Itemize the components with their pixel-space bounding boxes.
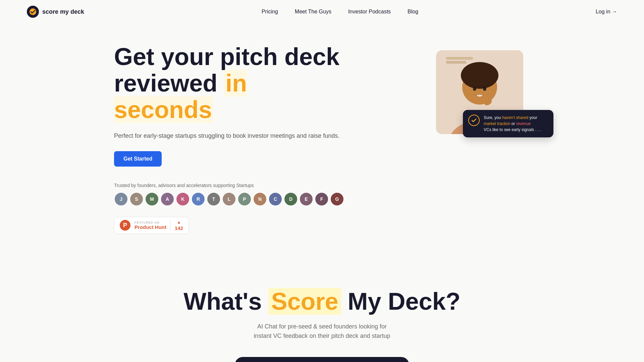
navbar: score my deck Pricing Meet The Guys Inve… xyxy=(0,0,644,23)
nav-link-blog[interactable]: Blog xyxy=(408,9,418,14)
nav-links: Pricing Meet The Guys Investor Podcasts … xyxy=(262,9,418,15)
hero-left: Get your pitch deck reviewed in seconds … xyxy=(114,44,349,234)
trusted-section: Trusted by founders, advisors and accele… xyxy=(114,183,349,206)
feedback-orange2: market traction xyxy=(484,121,510,126)
hero-subtitle: Perfect for early-stage startups struggl… xyxy=(114,131,349,140)
svg-point-8 xyxy=(483,87,486,91)
logo-icon xyxy=(27,6,39,18)
check-icon xyxy=(471,117,477,123)
svg-point-6 xyxy=(461,62,498,89)
feedback-orange1: haven't shared xyxy=(502,115,528,120)
login-link[interactable]: Log in → xyxy=(596,9,617,15)
feedback-check-icon xyxy=(468,115,480,126)
checkmark-icon xyxy=(30,8,36,15)
feedback-prefix: Sure, you xyxy=(484,115,502,120)
dark-card: GET ACTIONABLE PITCH DECK ADVICE FROM 10… xyxy=(235,357,409,362)
feedback-suffix: VCs like to see early signals . . . xyxy=(484,127,541,132)
avatar: E xyxy=(299,192,313,206)
svg-point-7 xyxy=(473,87,476,91)
ph-arrow-icon: ▲ xyxy=(177,220,181,225)
svg-rect-2 xyxy=(446,57,473,60)
ph-vote: ▲ 142 xyxy=(170,220,183,231)
avatar: N xyxy=(253,192,267,206)
hero-right: Sure, you haven't shared your market tra… xyxy=(436,50,530,134)
brand-logo[interactable]: score my deck xyxy=(27,6,84,18)
brand-name: score my deck xyxy=(42,8,84,15)
avatar: S xyxy=(129,192,144,206)
avatar: C xyxy=(268,192,282,206)
ph-vote-count: 142 xyxy=(175,225,183,231)
whats-title: What's Score My Deck? xyxy=(27,288,617,315)
product-hunt-text: FEATURED ON Product Hunt xyxy=(135,221,166,230)
hero-section: Get your pitch deck reviewed in seconds … xyxy=(87,23,557,261)
whats-section: What's Score My Deck? AI Chat for pre-se… xyxy=(0,261,644,362)
avatar: T xyxy=(207,192,221,206)
ph-product-name: Product Hunt xyxy=(135,224,166,230)
product-hunt-logo: P xyxy=(120,220,130,231)
avatar: P xyxy=(237,192,252,206)
nav-link-investor-podcasts[interactable]: Investor Podcasts xyxy=(348,9,391,14)
svg-rect-3 xyxy=(446,61,466,64)
nav-link-pricing[interactable]: Pricing xyxy=(262,9,278,14)
avatar: M xyxy=(145,192,159,206)
feedback-card: Sure, you haven't shared your market tra… xyxy=(463,110,553,137)
avatar: F xyxy=(315,192,329,206)
feedback-text: Sure, you haven't shared your market tra… xyxy=(484,115,541,133)
feedback-middle: your xyxy=(528,115,537,120)
avatar-group: J S M A K R T L P N C D E F G xyxy=(114,192,349,206)
product-hunt-badge[interactable]: P FEATURED ON Product Hunt ▲ 142 xyxy=(114,217,189,234)
avatar: K xyxy=(176,192,190,206)
whats-subtitle: AI Chat for pre-seed & seed founders loo… xyxy=(238,322,406,341)
ph-featured-label: FEATURED ON xyxy=(135,221,166,224)
nav-link-meet-the-guys[interactable]: Meet The Guys xyxy=(295,9,331,14)
feedback-or: or xyxy=(510,121,516,126)
avatar: J xyxy=(114,192,128,206)
trusted-label: Trusted by founders, advisors and accele… xyxy=(114,183,349,188)
feedback-red: revenue xyxy=(516,121,531,126)
avatar: R xyxy=(191,192,205,206)
get-started-button[interactable]: Get Started xyxy=(114,151,162,167)
avatar: L xyxy=(222,192,236,206)
hero-title: Get your pitch deck reviewed in seconds xyxy=(114,44,349,123)
avatar: G xyxy=(330,192,344,206)
avatar: D xyxy=(284,192,298,206)
avatar: A xyxy=(160,192,174,206)
